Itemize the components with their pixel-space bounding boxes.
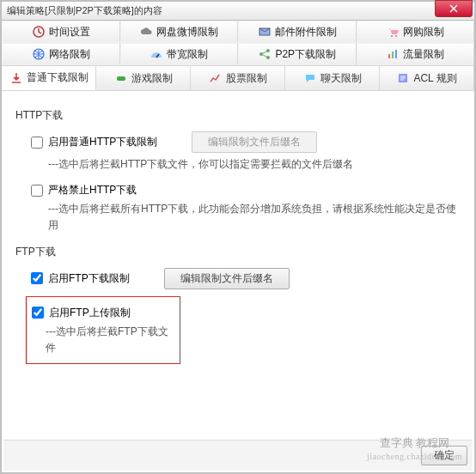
tab-row: 普通下载限制 游戏限制 股票限制 聊天限制 ACL 规则 — [2, 66, 474, 91]
toolbar-label: 带宽限制 — [167, 47, 208, 62]
toolbar-network-limit[interactable]: 网络限制 — [2, 43, 120, 65]
tab-stock-limit[interactable]: 股票限制 — [191, 66, 285, 90]
button-edit-http-suffix[interactable]: 编辑限制文件后缀名 — [192, 131, 317, 153]
http-desc-1: ---选中后将拦截HTTP下载文件，你可以指定需要拦截的文件后缀名 — [48, 156, 461, 173]
toolbar-p2p-download-limit[interactable]: P2P下载限制 — [238, 43, 357, 65]
mail-icon — [258, 25, 272, 39]
toolbar-time-settings[interactable]: 时间设置 — [2, 21, 120, 43]
titlebar: 编辑策略[只限制P2P下载策略]的内容 — [2, 2, 474, 21]
checkbox-label: 启用FTP下载限制 — [48, 271, 130, 286]
http-section-title: HTTP下载 — [15, 108, 461, 123]
globe-icon — [32, 47, 46, 61]
http-desc-2: ---选中后将拦截所有HTTP下载，此功能会部分增加系统负担，请根据系统性能决定… — [48, 201, 461, 234]
watermark-brand: 查字典 教程网 — [367, 436, 462, 451]
gauge-icon — [150, 47, 163, 61]
tab-label: 普通下载限制 — [27, 70, 88, 85]
checkbox-enable-ftp-upload-limit[interactable] — [32, 307, 44, 319]
toolbar-label: P2P下载限制 — [275, 47, 336, 62]
toolbar-row-1: 时间设置 网盘微博限制 邮件附件限制 网购限制 — [2, 21, 474, 43]
bars-icon — [386, 47, 400, 61]
p2p-icon — [258, 47, 272, 61]
tab-label: ACL 规则 — [413, 71, 456, 86]
tab-label: 股票限制 — [226, 71, 267, 86]
toolbar-label: 邮件附件限制 — [275, 25, 337, 40]
checkbox-label: 启用FTP上传限制 — [49, 306, 131, 320]
toolbar-label: 网购限制 — [403, 25, 444, 40]
window-title: 编辑策略[只限制P2P下载策略]的内容 — [7, 4, 162, 17]
toolbar-label: 流量限制 — [403, 47, 444, 62]
ftp-section-title: FTP下载 — [15, 245, 461, 259]
highlighted-section: 启用FTP上传限制 ---选中后将拦截FTP下载文件 — [26, 296, 180, 364]
acl-icon — [396, 71, 410, 85]
toolbar-row-2: 网络限制 带宽限制 P2P下载限制 流量限制 — [2, 43, 474, 65]
watermark-url: jiaocheng.chazidian.com — [367, 451, 462, 462]
toolbar-shopping-limit[interactable]: 网购限制 — [357, 21, 475, 43]
tab-normal-download-limit[interactable]: 普通下载限制 — [2, 66, 96, 90]
toolbar: 时间设置 网盘微博限制 邮件附件限制 网购限制 网络限制 带宽限制 — [2, 21, 474, 66]
tab-game-limit[interactable]: 游戏限制 — [96, 66, 191, 90]
toolbar-bandwidth-limit[interactable]: 带宽限制 — [120, 43, 239, 65]
download-icon — [9, 71, 23, 85]
checkbox-enable-ftp-download-limit[interactable] — [31, 272, 43, 284]
checkbox-label: 严格禁止HTTP下载 — [48, 183, 137, 198]
toolbar-mail-attachment-limit[interactable]: 邮件附件限制 — [238, 21, 357, 43]
cloud-icon — [139, 25, 153, 39]
button-edit-ftp-suffix[interactable]: 编辑限制文件后缀名 — [164, 268, 290, 289]
tab-acl-rules[interactable]: ACL 规则 — [380, 66, 474, 90]
toolbar-netdisk-weibo-limit[interactable]: 网盘微博限制 — [120, 21, 239, 43]
toolbar-label: 网络限制 — [49, 47, 90, 62]
stock-icon — [209, 71, 223, 85]
chat-icon — [303, 71, 317, 85]
tab-label: 聊天限制 — [320, 71, 362, 86]
cart-icon — [386, 25, 400, 39]
svg-rect-11 — [117, 76, 125, 81]
game-icon — [114, 71, 128, 85]
toolbar-label: 时间设置 — [49, 25, 90, 40]
toolbar-label: 网盘微博限制 — [156, 25, 218, 40]
close-button[interactable] — [435, 0, 473, 17]
watermark: 查字典 教程网 jiaocheng.chazidian.com — [367, 436, 462, 462]
svg-point-3 — [395, 35, 397, 37]
content-area: HTTP下载 启用普通HTTP下载限制 编辑限制文件后缀名 ---选中后将拦截H… — [2, 91, 474, 472]
svg-rect-9 — [392, 52, 394, 58]
checkbox-enable-http-download-limit[interactable] — [31, 137, 43, 149]
checkbox-label: 启用普通HTTP下载限制 — [48, 135, 157, 149]
ftp-desc: ---选中后将拦截FTP下载文件 — [46, 324, 171, 356]
close-icon — [449, 4, 458, 13]
svg-point-2 — [391, 35, 393, 37]
toolbar-traffic-limit[interactable]: 流量限制 — [357, 43, 475, 65]
checkbox-strict-http-block[interactable] — [31, 185, 43, 197]
clock-icon — [32, 25, 46, 39]
tab-chat-limit[interactable]: 聊天限制 — [285, 66, 380, 90]
svg-rect-10 — [395, 50, 397, 58]
svg-rect-8 — [388, 54, 390, 58]
tab-label: 游戏限制 — [131, 71, 173, 86]
